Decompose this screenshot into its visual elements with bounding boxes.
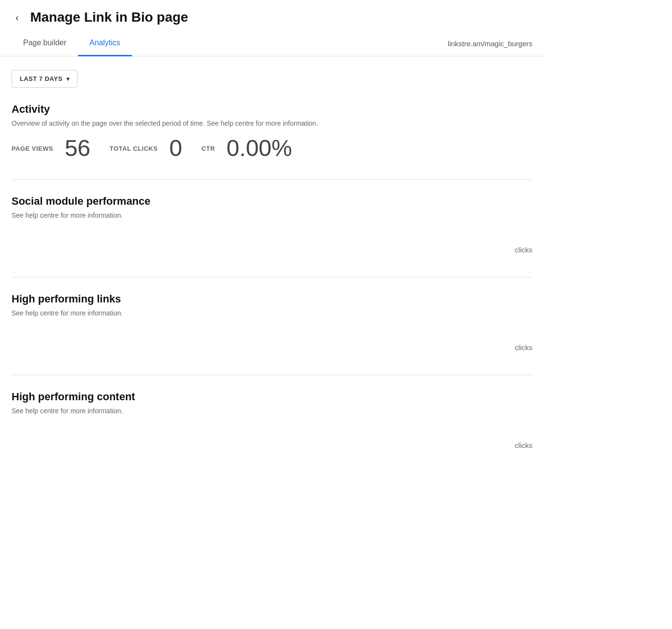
high-performing-links-section: High performing links See help centre fo… [12,293,532,355]
activity-title: Activity [12,103,532,116]
chevron-down-icon: ▾ [66,76,70,82]
social-module-description: See help centre for more information. [12,211,532,219]
header: ‹ Manage Link in Bio page [0,0,544,25]
date-filter-label: LAST 7 DAYS [20,75,63,82]
url-display: linkstre.am/magic_burgers [448,39,532,48]
total-clicks-value: 0 [169,137,182,160]
divider-2 [12,277,532,277]
page-title: Manage Link in Bio page [30,10,188,25]
high-performing-links-content: clicks [12,327,532,355]
ctr-label: CTR [201,145,215,152]
back-icon: ‹ [15,12,19,23]
social-module-section: Social module performance See help centr… [12,195,532,258]
high-performing-links-title: High performing links [12,293,532,305]
high-performing-content-title: High performing content [12,391,532,403]
tab-analytics[interactable]: Analytics [78,31,132,56]
main-content: LAST 7 DAYS ▾ Activity Overview of activ… [0,56,544,486]
page-views-value: 56 [65,137,90,160]
high-performing-content-description: See help centre for more information. [12,407,532,415]
tabs-container: Page builder Analytics [12,31,132,56]
social-module-title: Social module performance [12,195,532,208]
activity-section: Activity Overview of activity on the pag… [12,103,532,160]
tabs-bar: Page builder Analytics linkstre.am/magic… [0,31,544,56]
social-module-clicks-label: clicks [515,246,532,254]
date-filter-button[interactable]: LAST 7 DAYS ▾ [12,70,78,88]
high-performing-content-content: clicks [12,424,532,453]
metrics-row: PAGE VIEWS 56 TOTAL CLICKS 0 CTR 0.00% [12,137,532,160]
back-button[interactable]: ‹ [12,10,23,25]
high-performing-links-description: See help centre for more information. [12,309,532,317]
divider-3 [12,375,532,375]
page-views-label: PAGE VIEWS [12,145,53,152]
divider-1 [12,179,532,180]
high-performing-links-clicks-label: clicks [515,343,532,352]
high-performing-content-section: High performing content See help centre … [12,391,532,453]
activity-description: Overview of activity on the page over th… [12,119,532,127]
high-performing-content-clicks-label: clicks [515,441,532,449]
total-clicks-label: TOTAL CLICKS [110,145,158,152]
social-module-content: clicks [12,229,532,258]
ctr-value: 0.00% [227,137,292,160]
tab-page-builder[interactable]: Page builder [12,31,78,56]
